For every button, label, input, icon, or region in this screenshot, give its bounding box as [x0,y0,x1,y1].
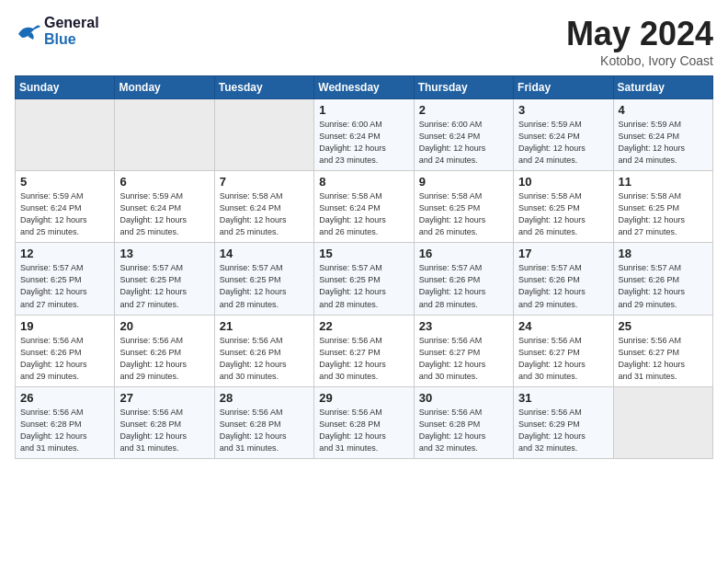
header-thursday: Thursday [414,76,513,99]
header-wednesday: Wednesday [314,76,414,99]
day-info: Sunrise: 5:57 AM Sunset: 6:26 PM Dayligh… [619,262,708,310]
day-info: Sunrise: 5:58 AM Sunset: 6:24 PM Dayligh… [319,190,408,238]
day-info: Sunrise: 5:58 AM Sunset: 6:25 PM Dayligh… [518,190,608,238]
day-number: 13 [119,247,209,260]
header-saturday: Saturday [613,76,712,99]
day-cell: 17Sunrise: 5:57 AM Sunset: 6:26 PM Dayli… [514,243,613,315]
day-cell: 5Sunrise: 5:59 AM Sunset: 6:24 PM Daylig… [16,171,115,243]
week-row-2: 5Sunrise: 5:59 AM Sunset: 6:24 PM Daylig… [16,171,713,243]
day-cell [16,99,115,171]
location: Kotobo, Ivory Coast [566,53,713,68]
day-info: Sunrise: 5:57 AM Sunset: 6:25 PM Dayligh… [20,262,109,310]
week-row-1: 1Sunrise: 6:00 AM Sunset: 6:24 PM Daylig… [16,99,713,171]
day-cell: 23Sunrise: 5:56 AM Sunset: 6:27 PM Dayli… [414,315,513,386]
day-info: Sunrise: 5:57 AM Sunset: 6:25 PM Dayligh… [119,262,209,310]
day-cell: 7Sunrise: 5:58 AM Sunset: 6:24 PM Daylig… [214,171,313,243]
day-info: Sunrise: 5:56 AM Sunset: 6:26 PM Dayligh… [220,335,309,383]
header-sunday: Sunday [16,76,115,99]
day-info: Sunrise: 5:56 AM Sunset: 6:27 PM Dayligh… [518,335,608,383]
day-cell: 16Sunrise: 5:57 AM Sunset: 6:26 PM Dayli… [414,243,513,315]
day-cell: 12Sunrise: 5:57 AM Sunset: 6:25 PM Dayli… [16,243,115,315]
day-info: Sunrise: 5:56 AM Sunset: 6:29 PM Dayligh… [518,407,608,454]
day-cell: 28Sunrise: 5:56 AM Sunset: 6:28 PM Dayli… [214,386,313,458]
day-number: 4 [619,103,708,117]
day-number: 25 [619,319,708,333]
logo: General Blue [15,15,99,48]
day-number: 28 [220,391,309,405]
day-cell: 25Sunrise: 5:56 AM Sunset: 6:27 PM Dayli… [613,315,712,386]
day-info: Sunrise: 5:56 AM Sunset: 6:28 PM Dayligh… [319,407,408,454]
day-cell: 4Sunrise: 5:59 AM Sunset: 6:24 PM Daylig… [613,99,712,171]
logo-text: General Blue [44,15,99,48]
day-cell: 15Sunrise: 5:57 AM Sunset: 6:25 PM Dayli… [314,243,414,315]
day-number: 26 [20,391,109,405]
day-cell: 13Sunrise: 5:57 AM Sunset: 6:25 PM Dayli… [115,243,214,315]
day-cell: 31Sunrise: 5:56 AM Sunset: 6:29 PM Dayli… [514,386,613,458]
day-number: 2 [419,103,508,117]
title-block: May 2024 Kotobo, Ivory Coast [566,15,713,68]
day-number: 20 [119,319,209,333]
day-number: 29 [319,391,408,405]
header-friday: Friday [514,76,613,99]
day-info: Sunrise: 5:56 AM Sunset: 6:27 PM Dayligh… [619,335,708,383]
day-info: Sunrise: 5:59 AM Sunset: 6:24 PM Dayligh… [619,119,708,167]
day-info: Sunrise: 5:56 AM Sunset: 6:27 PM Dayligh… [419,335,508,383]
day-number: 19 [20,319,109,333]
day-info: Sunrise: 5:59 AM Sunset: 6:24 PM Dayligh… [20,190,109,238]
day-info: Sunrise: 6:00 AM Sunset: 6:24 PM Dayligh… [419,119,508,167]
day-cell [214,99,313,171]
day-info: Sunrise: 5:58 AM Sunset: 6:25 PM Dayligh… [619,190,708,238]
day-info: Sunrise: 5:57 AM Sunset: 6:26 PM Dayligh… [518,262,608,310]
day-number: 23 [419,319,508,333]
day-cell: 2Sunrise: 6:00 AM Sunset: 6:24 PM Daylig… [414,99,513,171]
day-number: 7 [220,175,309,189]
week-row-5: 26Sunrise: 5:56 AM Sunset: 6:28 PM Dayli… [16,386,713,458]
day-cell: 6Sunrise: 5:59 AM Sunset: 6:24 PM Daylig… [115,171,214,243]
day-info: Sunrise: 5:56 AM Sunset: 6:28 PM Dayligh… [419,407,508,454]
day-number: 24 [518,319,608,333]
day-info: Sunrise: 5:56 AM Sunset: 6:26 PM Dayligh… [119,335,209,383]
day-info: Sunrise: 5:56 AM Sunset: 6:28 PM Dayligh… [119,407,209,454]
day-cell: 8Sunrise: 5:58 AM Sunset: 6:24 PM Daylig… [314,171,414,243]
day-number: 3 [518,103,608,117]
day-info: Sunrise: 6:00 AM Sunset: 6:24 PM Dayligh… [319,119,408,167]
day-info: Sunrise: 5:58 AM Sunset: 6:25 PM Dayligh… [419,190,508,238]
day-number: 12 [20,247,109,260]
day-cell: 22Sunrise: 5:56 AM Sunset: 6:27 PM Dayli… [314,315,414,386]
page-header: General Blue May 2024 Kotobo, Ivory Coas… [15,15,713,68]
day-cell: 1Sunrise: 6:00 AM Sunset: 6:24 PM Daylig… [314,99,414,171]
day-cell [115,99,214,171]
day-number: 21 [220,319,309,333]
day-info: Sunrise: 5:57 AM Sunset: 6:25 PM Dayligh… [319,262,408,310]
day-cell: 9Sunrise: 5:58 AM Sunset: 6:25 PM Daylig… [414,171,513,243]
day-number: 15 [319,247,408,260]
day-info: Sunrise: 5:56 AM Sunset: 6:27 PM Dayligh… [319,335,408,383]
day-cell: 21Sunrise: 5:56 AM Sunset: 6:26 PM Dayli… [214,315,313,386]
day-cell: 24Sunrise: 5:56 AM Sunset: 6:27 PM Dayli… [514,315,613,386]
day-cell: 14Sunrise: 5:57 AM Sunset: 6:25 PM Dayli… [214,243,313,315]
day-number: 27 [119,391,209,405]
day-cell: 11Sunrise: 5:58 AM Sunset: 6:25 PM Dayli… [613,171,712,243]
header-monday: Monday [115,76,214,99]
header-tuesday: Tuesday [214,76,313,99]
day-cell: 20Sunrise: 5:56 AM Sunset: 6:26 PM Dayli… [115,315,214,386]
day-cell: 26Sunrise: 5:56 AM Sunset: 6:28 PM Dayli… [16,386,115,458]
week-row-4: 19Sunrise: 5:56 AM Sunset: 6:26 PM Dayli… [16,315,713,386]
day-number: 16 [419,247,508,260]
day-cell: 19Sunrise: 5:56 AM Sunset: 6:26 PM Dayli… [16,315,115,386]
day-info: Sunrise: 5:56 AM Sunset: 6:26 PM Dayligh… [20,335,109,383]
day-cell: 27Sunrise: 5:56 AM Sunset: 6:28 PM Dayli… [115,386,214,458]
month-title: May 2024 [566,15,713,53]
day-number: 22 [319,319,408,333]
day-number: 11 [619,175,708,189]
day-number: 1 [319,103,408,117]
day-info: Sunrise: 5:57 AM Sunset: 6:25 PM Dayligh… [220,262,309,310]
day-number: 31 [518,391,608,405]
day-cell: 3Sunrise: 5:59 AM Sunset: 6:24 PM Daylig… [514,99,613,171]
day-cell: 29Sunrise: 5:56 AM Sunset: 6:28 PM Dayli… [314,386,414,458]
day-number: 17 [518,247,608,260]
calendar-table: SundayMondayTuesdayWednesdayThursdayFrid… [15,75,713,459]
day-number: 6 [119,175,209,189]
day-info: Sunrise: 5:56 AM Sunset: 6:28 PM Dayligh… [20,407,109,454]
day-info: Sunrise: 5:59 AM Sunset: 6:24 PM Dayligh… [119,190,209,238]
